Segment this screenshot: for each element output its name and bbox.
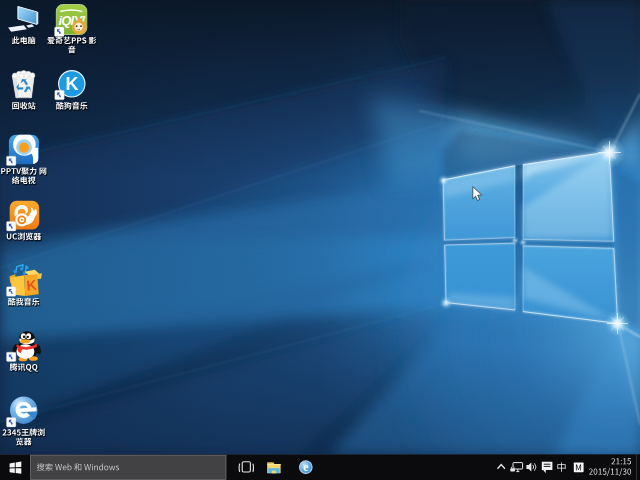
svg-text:K: K [66, 74, 79, 94]
svg-text:e: e [303, 460, 309, 474]
svg-text:K: K [26, 277, 38, 294]
